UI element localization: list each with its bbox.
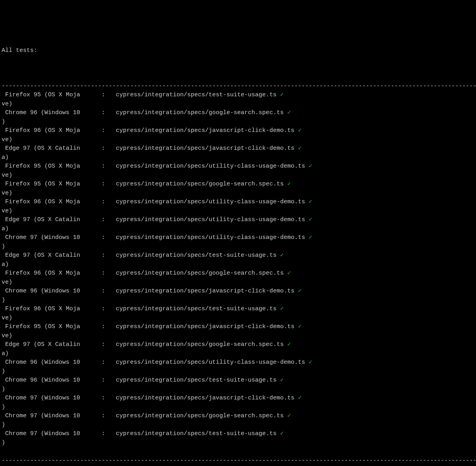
test-spec: cypress/integration/specs/javascript-cli… [116, 127, 298, 134]
separator: : [94, 252, 116, 259]
test-row: Chrome 97 (Windows 10 : cypress/integrat… [2, 233, 474, 251]
test-row: Chrome 96 (Windows 10 : cypress/integrat… [2, 376, 474, 394]
test-browser-wrap: ve) [2, 279, 12, 286]
test-browser: Chrome 96 (Windows 10 [2, 359, 94, 366]
divider-top: ----------------------------------------… [2, 83, 476, 90]
test-browser: Firefox 96 (OS X Moja [2, 270, 94, 277]
test-browser-wrap: a) [2, 154, 9, 161]
check-icon: ✓ [287, 181, 291, 187]
test-browser: Chrome 96 (Windows 10 [2, 377, 94, 384]
test-browser-wrap: ) [2, 422, 5, 428]
separator: : [94, 341, 116, 348]
check-icon: ✓ [309, 199, 312, 205]
separator: : [94, 270, 116, 277]
test-browser-wrap: ve) [2, 315, 12, 321]
all-tests-header: All tests: [2, 47, 37, 54]
test-browser-wrap: ) [2, 243, 5, 250]
test-browser-wrap: ) [2, 439, 5, 446]
separator: : [94, 234, 116, 241]
test-browser: Firefox 95 (OS X Moja [2, 92, 94, 98]
check-icon: ✓ [309, 359, 312, 366]
separator: : [94, 92, 116, 98]
test-row: Edge 97 (OS X Catalin : cypress/integrat… [2, 216, 474, 233]
check-icon: ✓ [280, 430, 284, 437]
test-row: Chrome 97 (Windows 10 : cypress/integrat… [2, 430, 474, 447]
test-row: Edge 97 (OS X Catalin : cypress/integrat… [2, 251, 474, 269]
separator: : [94, 163, 116, 170]
test-spec: cypress/integration/specs/test-suite-usa… [116, 92, 280, 98]
test-browser: Firefox 95 (OS X Moja [2, 181, 94, 187]
test-row: Firefox 95 (OS X Moja : cypress/integrat… [2, 91, 474, 109]
test-browser: Edge 97 (OS X Catalin [2, 145, 94, 152]
test-browser: Chrome 96 (Windows 10 [2, 288, 94, 294]
check-icon: ✓ [287, 270, 291, 277]
test-browser: Chrome 97 (Windows 10 [2, 413, 94, 419]
test-row: Chrome 96 (Windows 10 : cypress/integrat… [2, 109, 474, 126]
separator: : [94, 306, 116, 312]
test-browser: Chrome 97 (Windows 10 [2, 430, 94, 437]
test-browser-wrap: a) [2, 350, 9, 357]
test-browser: Edge 97 (OS X Catalin [2, 252, 94, 259]
test-browser-wrap: ve) [2, 190, 12, 197]
check-icon: ✓ [298, 323, 301, 330]
test-list: Firefox 95 (OS X Moja : cypress/integrat… [2, 91, 474, 447]
test-row: Chrome 97 (Windows 10 : cypress/integrat… [2, 394, 474, 412]
test-browser-wrap: ve) [2, 136, 12, 143]
check-icon: ✓ [309, 234, 312, 241]
test-spec: cypress/integration/specs/google-search.… [116, 109, 287, 116]
test-row: Firefox 95 (OS X Moja : cypress/integrat… [2, 162, 474, 180]
test-spec: cypress/integration/specs/google-search.… [116, 181, 287, 187]
test-browser: Firefox 95 (OS X Moja [2, 163, 94, 170]
test-browser-wrap: ) [2, 297, 5, 304]
test-spec: cypress/integration/specs/google-search.… [116, 341, 287, 348]
separator: : [94, 430, 116, 437]
test-row: Firefox 96 (OS X Moja : cypress/integrat… [2, 126, 474, 144]
test-browser-wrap: ) [2, 118, 5, 125]
test-spec: cypress/integration/specs/test-suite-usa… [116, 306, 280, 312]
test-spec: cypress/integration/specs/google-search.… [116, 413, 287, 419]
test-row: Chrome 97 (Windows 10 : cypress/integrat… [2, 412, 474, 430]
test-browser-wrap: ve) [2, 332, 12, 339]
test-spec: cypress/integration/specs/javascript-cli… [116, 288, 298, 294]
divider-bottom: ----------------------------------------… [2, 457, 476, 464]
separator: : [94, 395, 116, 401]
test-browser-wrap: ve) [2, 208, 12, 214]
check-icon: ✓ [309, 163, 312, 170]
test-browser-wrap: ) [2, 368, 5, 375]
test-row: Firefox 96 (OS X Moja : cypress/integrat… [2, 198, 474, 216]
test-spec: cypress/integration/specs/utility-class-… [116, 163, 309, 170]
test-browser: Firefox 96 (OS X Moja [2, 199, 94, 205]
separator: : [94, 181, 116, 187]
test-row: Firefox 95 (OS X Moja : cypress/integrat… [2, 323, 474, 340]
test-spec: cypress/integration/specs/utility-class-… [116, 199, 309, 205]
test-browser: Chrome 97 (Windows 10 [2, 234, 94, 241]
separator: : [94, 359, 116, 366]
test-browser: Chrome 97 (Windows 10 [2, 395, 94, 401]
check-icon: ✓ [298, 145, 301, 152]
test-spec: cypress/integration/specs/javascript-cli… [116, 395, 298, 401]
test-spec: cypress/integration/specs/utility-class-… [116, 234, 309, 241]
check-icon: ✓ [280, 306, 284, 312]
test-browser: Chrome 96 (Windows 10 [2, 109, 94, 116]
test-browser: Firefox 95 (OS X Moja [2, 323, 94, 330]
check-icon: ✓ [287, 413, 291, 419]
test-spec: cypress/integration/specs/javascript-cli… [116, 323, 298, 330]
test-browser-wrap: ve) [2, 172, 12, 179]
test-spec: cypress/integration/specs/javascript-cli… [116, 145, 298, 152]
test-row: Chrome 96 (Windows 10 : cypress/integrat… [2, 358, 474, 376]
check-icon: ✓ [298, 127, 301, 134]
separator: : [94, 288, 116, 294]
separator: : [94, 323, 116, 330]
separator: : [94, 109, 116, 116]
test-row: Chrome 96 (Windows 10 : cypress/integrat… [2, 287, 474, 305]
test-browser-wrap: ve) [2, 101, 12, 107]
test-row: Firefox 96 (OS X Moja : cypress/integrat… [2, 305, 474, 323]
test-browser: Edge 97 (OS X Catalin [2, 341, 94, 348]
test-browser-wrap: a) [2, 225, 9, 232]
test-row: Edge 97 (OS X Catalin : cypress/integrat… [2, 340, 474, 358]
separator: : [94, 127, 116, 134]
check-icon: ✓ [280, 377, 284, 384]
test-spec: cypress/integration/specs/test-suite-usa… [116, 252, 280, 259]
test-row: Firefox 95 (OS X Moja : cypress/integrat… [2, 180, 474, 198]
test-spec: cypress/integration/specs/utility-class-… [116, 359, 309, 366]
